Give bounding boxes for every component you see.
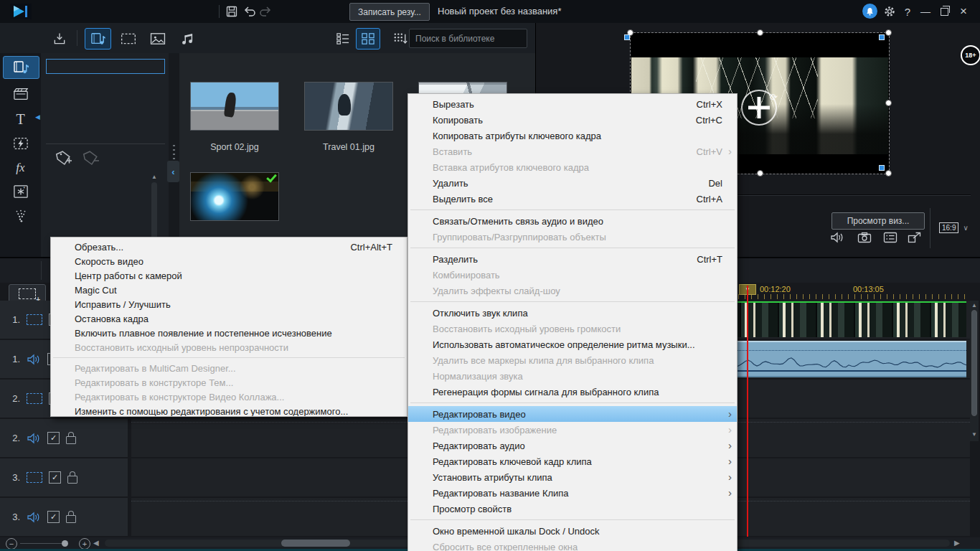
list-view-button[interactable] (331, 28, 355, 50)
media-item[interactable] (190, 172, 279, 232)
effect-room-icon[interactable]: fx (3, 157, 38, 179)
render-preview-button[interactable]: Просмотр виз... (831, 212, 925, 230)
resize-handle-right[interactable] (885, 100, 892, 106)
resize-handle-top[interactable] (757, 29, 763, 36)
submenu-item[interactable]: › (53, 357, 405, 358)
particle-room-icon[interactable] (3, 205, 38, 227)
sort-menu-button[interactable] (390, 28, 411, 50)
aspect-ratio-selector[interactable]: 16:9 ∨ (939, 222, 969, 233)
crop-handle-br[interactable] (879, 165, 885, 171)
media-thumbnail[interactable] (190, 172, 279, 221)
scroll-up-icon[interactable]: ▲ (971, 302, 977, 309)
save-icon[interactable] (224, 4, 240, 19)
title-room-icon[interactable]: T (3, 108, 38, 130)
minimize-icon[interactable]: — (918, 4, 933, 19)
context-menu-item[interactable]: Просмотр свойств › (408, 501, 737, 517)
track-header[interactable]: 3. ✓ (0, 458, 128, 496)
context-menu-item[interactable]: › (410, 248, 735, 248)
scrollbar-thumb[interactable] (971, 310, 977, 416)
submenu-item[interactable]: Изменить с помощью редактирования с учет… (51, 404, 407, 417)
collapse-panel-button[interactable]: ‹ (167, 161, 179, 182)
resize-handle-tr[interactable] (885, 29, 892, 36)
context-menu-item[interactable]: Удалить Del › (408, 175, 737, 191)
track-lock-icon[interactable] (67, 476, 77, 484)
track-header[interactable]: 2. ✓ (0, 419, 128, 457)
close-icon[interactable]: × (956, 4, 971, 19)
scroll-down-icon[interactable]: ▼ (971, 431, 977, 438)
context-menu-item[interactable]: Редактировать название Клипа › (408, 485, 737, 501)
library-category[interactable] (46, 76, 165, 91)
context-menu-item[interactable]: Вырезать Ctrl+X › (408, 96, 737, 112)
settings-gear-icon[interactable] (882, 4, 897, 19)
context-menu-item[interactable]: Выделить все Ctrl+A › (408, 191, 737, 207)
zoom-out-button[interactable]: − (6, 538, 17, 550)
media-room-icon[interactable] (3, 56, 39, 79)
track-header[interactable]: 3. ✓ (0, 498, 128, 536)
track-enable-checkbox[interactable]: ✓ (47, 511, 60, 523)
add-tag-icon[interactable] (55, 149, 75, 168)
context-menu-item[interactable]: Установить атрибуты клипа › (408, 469, 737, 485)
submenu-item[interactable]: Остановка кадра › (51, 311, 407, 326)
snapshot-camera-icon[interactable] (856, 230, 873, 245)
search-input[interactable] (410, 34, 529, 44)
library-category[interactable] (46, 128, 165, 143)
overlay-room-icon[interactable]: * (3, 181, 38, 202)
media-thumbnail[interactable] (190, 82, 279, 131)
context-menu-item[interactable]: Связать/Отменить связь аудио и видео › (408, 213, 737, 229)
context-menu-item[interactable]: Регенерация формы сигнала для выбранного… (408, 384, 737, 400)
submenu-item[interactable]: Центр работы с камерой › (51, 268, 407, 283)
produce-button[interactable]: Записать резу... (349, 3, 430, 21)
media-item[interactable]: Travel 01.jpg (304, 82, 393, 152)
crop-handle-tr[interactable] (879, 34, 885, 40)
context-menu-item[interactable]: Разделить Ctrl+T › (408, 251, 737, 267)
submenu-item[interactable]: Обрезать... Ctrl+Alt+T › (51, 240, 407, 254)
undock-window-icon[interactable] (906, 230, 923, 245)
crop-handle-tl[interactable] (624, 34, 630, 40)
context-menu-item[interactable]: Использовать автоматическое определение … (408, 336, 737, 352)
volume-icon[interactable] (829, 230, 846, 245)
track-enable-checkbox[interactable]: ✓ (49, 471, 61, 484)
context-menu-item[interactable]: Редактировать видео › (408, 406, 737, 422)
library-category[interactable] (46, 110, 165, 126)
scroll-right-icon[interactable]: ▶ (954, 539, 960, 547)
library-category[interactable] (46, 59, 165, 74)
redo-icon[interactable] (258, 4, 273, 19)
submenu-item[interactable]: Magic Cut › (51, 283, 407, 297)
resize-handle-bottom[interactable] (757, 170, 763, 176)
transition-room-icon[interactable] (3, 133, 38, 154)
project-room-icon[interactable] (3, 83, 38, 105)
track-lock-icon[interactable] (66, 515, 76, 523)
panel-splitter[interactable]: ‹ (169, 53, 179, 257)
context-menu-item[interactable]: Окно временной шкалы Dock / Undock › (408, 523, 737, 539)
submenu-item[interactable]: Включить плавное появление и постепенное… (51, 326, 407, 340)
details-view-icon[interactable] (882, 230, 899, 245)
resize-handle-br[interactable] (885, 170, 892, 176)
restore-icon[interactable] (937, 4, 951, 19)
context-menu-item[interactable]: › (410, 519, 735, 520)
track-enable-checkbox[interactable]: ✓ (47, 432, 60, 444)
import-media-button[interactable] (46, 28, 72, 50)
submenu-item[interactable]: Исправить / Улучшить › (51, 297, 407, 311)
filter-all-media-button[interactable] (85, 28, 111, 50)
filter-audio-button[interactable] (174, 28, 200, 50)
help-icon[interactable]: ? (900, 4, 915, 19)
context-menu-item[interactable]: › (410, 209, 735, 210)
filter-video-button[interactable] (115, 28, 141, 50)
remove-tag-icon[interactable] (82, 149, 102, 168)
list-scroll-up-icon[interactable]: ▲ (151, 174, 157, 180)
context-menu-item[interactable]: Копировать Ctrl+C › (408, 112, 737, 128)
undo-icon[interactable] (242, 4, 258, 19)
library-category[interactable] (46, 93, 165, 108)
notification-bell-icon[interactable] (862, 4, 877, 19)
context-menu-item[interactable]: › (410, 402, 735, 403)
context-menu-item[interactable]: Копировать атрибуты ключевого кадра › (408, 128, 737, 143)
scroll-left-icon[interactable]: ◀ (93, 539, 99, 547)
scrollbar-thumb[interactable] (281, 540, 350, 547)
zoom-slider-track[interactable] (20, 543, 62, 544)
context-menu-item[interactable]: Редактировать ключевой кадр клипа › (408, 453, 737, 469)
grid-view-button[interactable] (356, 28, 380, 50)
rotate-handle-icon[interactable]: ⟳ (770, 92, 778, 103)
media-item[interactable]: Sport 02.jpg (190, 82, 279, 152)
submenu-item[interactable]: Скорость видео › (51, 254, 407, 268)
media-thumbnail[interactable] (304, 82, 393, 131)
